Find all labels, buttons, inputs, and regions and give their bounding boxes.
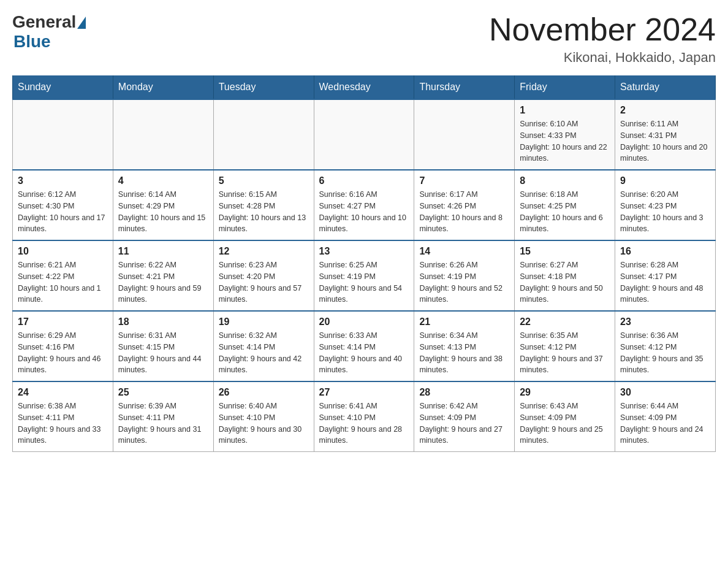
calendar-cell [314, 99, 414, 170]
day-number: 23 [620, 316, 710, 327]
day-number: 27 [319, 387, 409, 398]
logo-general-text: General [12, 12, 76, 32]
calendar-cell: 2Sunrise: 6:11 AMSunset: 4:31 PMDaylight… [615, 99, 716, 170]
location-subtitle: Kikonai, Hokkaido, Japan [489, 50, 716, 66]
day-number: 6 [319, 175, 409, 186]
day-number: 8 [520, 175, 610, 186]
day-info: Sunrise: 6:25 AMSunset: 4:19 PMDaylight:… [319, 259, 409, 305]
day-of-week-header: Thursday [414, 75, 515, 99]
logo-blue-text: Blue [13, 32, 51, 52]
month-year-title: November 2024 [489, 12, 716, 47]
day-of-week-header: Tuesday [213, 75, 314, 99]
day-number: 22 [520, 316, 610, 327]
day-info: Sunrise: 6:14 AMSunset: 4:29 PMDaylight:… [118, 189, 208, 235]
calendar-cell: 3Sunrise: 6:12 AMSunset: 4:30 PMDaylight… [13, 170, 113, 240]
day-number: 25 [118, 387, 208, 398]
day-number: 2 [620, 105, 710, 116]
calendar-cell [414, 99, 515, 170]
day-info: Sunrise: 6:22 AMSunset: 4:21 PMDaylight:… [118, 259, 208, 305]
calendar-week-row: 1Sunrise: 6:10 AMSunset: 4:33 PMDaylight… [13, 99, 716, 170]
calendar-week-row: 17Sunrise: 6:29 AMSunset: 4:16 PMDayligh… [13, 311, 716, 381]
day-of-week-header: Monday [113, 75, 213, 99]
day-info: Sunrise: 6:11 AMSunset: 4:31 PMDaylight:… [620, 118, 710, 164]
day-of-week-header: Saturday [615, 75, 716, 99]
day-number: 3 [18, 175, 108, 186]
calendar-cell: 15Sunrise: 6:27 AMSunset: 4:18 PMDayligh… [515, 240, 615, 311]
day-info: Sunrise: 6:44 AMSunset: 4:09 PMDaylight:… [620, 400, 710, 446]
calendar-cell: 14Sunrise: 6:26 AMSunset: 4:19 PMDayligh… [414, 240, 515, 311]
day-number: 7 [419, 175, 509, 186]
day-info: Sunrise: 6:20 AMSunset: 4:23 PMDaylight:… [620, 189, 710, 235]
day-info: Sunrise: 6:39 AMSunset: 4:11 PMDaylight:… [118, 400, 208, 446]
day-info: Sunrise: 6:27 AMSunset: 4:18 PMDaylight:… [520, 259, 610, 305]
day-number: 12 [219, 246, 309, 257]
day-info: Sunrise: 6:40 AMSunset: 4:10 PMDaylight:… [219, 400, 309, 446]
calendar-cell: 17Sunrise: 6:29 AMSunset: 4:16 PMDayligh… [13, 311, 113, 381]
day-info: Sunrise: 6:21 AMSunset: 4:22 PMDaylight:… [18, 259, 108, 305]
calendar-cell: 13Sunrise: 6:25 AMSunset: 4:19 PMDayligh… [314, 240, 414, 311]
calendar-cell: 20Sunrise: 6:33 AMSunset: 4:14 PMDayligh… [314, 311, 414, 381]
calendar-cell [213, 99, 314, 170]
calendar-cell: 25Sunrise: 6:39 AMSunset: 4:11 PMDayligh… [113, 381, 213, 452]
calendar-cell: 4Sunrise: 6:14 AMSunset: 4:29 PMDaylight… [113, 170, 213, 240]
calendar-week-row: 3Sunrise: 6:12 AMSunset: 4:30 PMDaylight… [13, 170, 716, 240]
title-area: November 2024 Kikonai, Hokkaido, Japan [489, 12, 716, 66]
day-number: 10 [18, 246, 108, 257]
calendar-cell [13, 99, 113, 170]
day-number: 16 [620, 246, 710, 257]
day-number: 30 [620, 387, 710, 398]
calendar-cell: 9Sunrise: 6:20 AMSunset: 4:23 PMDaylight… [615, 170, 716, 240]
calendar-cell: 22Sunrise: 6:35 AMSunset: 4:12 PMDayligh… [515, 311, 615, 381]
day-info: Sunrise: 6:12 AMSunset: 4:30 PMDaylight:… [18, 189, 108, 235]
day-number: 17 [18, 316, 108, 327]
calendar-week-row: 24Sunrise: 6:38 AMSunset: 4:11 PMDayligh… [13, 381, 716, 452]
calendar-week-row: 10Sunrise: 6:21 AMSunset: 4:22 PMDayligh… [13, 240, 716, 311]
calendar-cell: 18Sunrise: 6:31 AMSunset: 4:15 PMDayligh… [113, 311, 213, 381]
calendar-cell: 7Sunrise: 6:17 AMSunset: 4:26 PMDaylight… [414, 170, 515, 240]
calendar-cell: 24Sunrise: 6:38 AMSunset: 4:11 PMDayligh… [13, 381, 113, 452]
calendar-cell: 28Sunrise: 6:42 AMSunset: 4:09 PMDayligh… [414, 381, 515, 452]
day-info: Sunrise: 6:17 AMSunset: 4:26 PMDaylight:… [419, 189, 509, 235]
day-info: Sunrise: 6:36 AMSunset: 4:12 PMDaylight:… [620, 330, 710, 376]
calendar-cell: 1Sunrise: 6:10 AMSunset: 4:33 PMDaylight… [515, 99, 615, 170]
logo-triangle-icon [77, 17, 86, 29]
day-info: Sunrise: 6:32 AMSunset: 4:14 PMDaylight:… [219, 330, 309, 376]
calendar-cell: 5Sunrise: 6:15 AMSunset: 4:28 PMDaylight… [213, 170, 314, 240]
day-info: Sunrise: 6:31 AMSunset: 4:15 PMDaylight:… [118, 330, 208, 376]
day-info: Sunrise: 6:38 AMSunset: 4:11 PMDaylight:… [18, 400, 108, 446]
day-info: Sunrise: 6:33 AMSunset: 4:14 PMDaylight:… [319, 330, 409, 376]
day-number: 18 [118, 316, 208, 327]
calendar-cell: 30Sunrise: 6:44 AMSunset: 4:09 PMDayligh… [615, 381, 716, 452]
day-number: 11 [118, 246, 208, 257]
calendar-cell: 8Sunrise: 6:18 AMSunset: 4:25 PMDaylight… [515, 170, 615, 240]
day-number: 29 [520, 387, 610, 398]
day-number: 20 [319, 316, 409, 327]
calendar-cell: 16Sunrise: 6:28 AMSunset: 4:17 PMDayligh… [615, 240, 716, 311]
calendar-cell: 10Sunrise: 6:21 AMSunset: 4:22 PMDayligh… [13, 240, 113, 311]
day-info: Sunrise: 6:16 AMSunset: 4:27 PMDaylight:… [319, 189, 409, 235]
day-number: 15 [520, 246, 610, 257]
day-info: Sunrise: 6:43 AMSunset: 4:09 PMDaylight:… [520, 400, 610, 446]
day-number: 1 [520, 105, 610, 116]
day-info: Sunrise: 6:28 AMSunset: 4:17 PMDaylight:… [620, 259, 710, 305]
calendar-cell: 26Sunrise: 6:40 AMSunset: 4:10 PMDayligh… [213, 381, 314, 452]
day-number: 28 [419, 387, 509, 398]
day-number: 19 [219, 316, 309, 327]
day-info: Sunrise: 6:41 AMSunset: 4:10 PMDaylight:… [319, 400, 409, 446]
calendar-cell: 11Sunrise: 6:22 AMSunset: 4:21 PMDayligh… [113, 240, 213, 311]
day-number: 13 [319, 246, 409, 257]
day-number: 9 [620, 175, 710, 186]
day-of-week-header: Friday [515, 75, 615, 99]
page-header: General Blue November 2024 Kikonai, Hokk… [12, 12, 716, 66]
calendar-cell: 6Sunrise: 6:16 AMSunset: 4:27 PMDaylight… [314, 170, 414, 240]
calendar-cell: 23Sunrise: 6:36 AMSunset: 4:12 PMDayligh… [615, 311, 716, 381]
day-info: Sunrise: 6:10 AMSunset: 4:33 PMDaylight:… [520, 118, 610, 164]
day-number: 4 [118, 175, 208, 186]
day-info: Sunrise: 6:42 AMSunset: 4:09 PMDaylight:… [419, 400, 509, 446]
day-number: 24 [18, 387, 108, 398]
day-of-week-header: Wednesday [314, 75, 414, 99]
day-info: Sunrise: 6:35 AMSunset: 4:12 PMDaylight:… [520, 330, 610, 376]
calendar-header-row: SundayMondayTuesdayWednesdayThursdayFrid… [13, 75, 716, 99]
calendar-cell: 21Sunrise: 6:34 AMSunset: 4:13 PMDayligh… [414, 311, 515, 381]
calendar-cell [113, 99, 213, 170]
